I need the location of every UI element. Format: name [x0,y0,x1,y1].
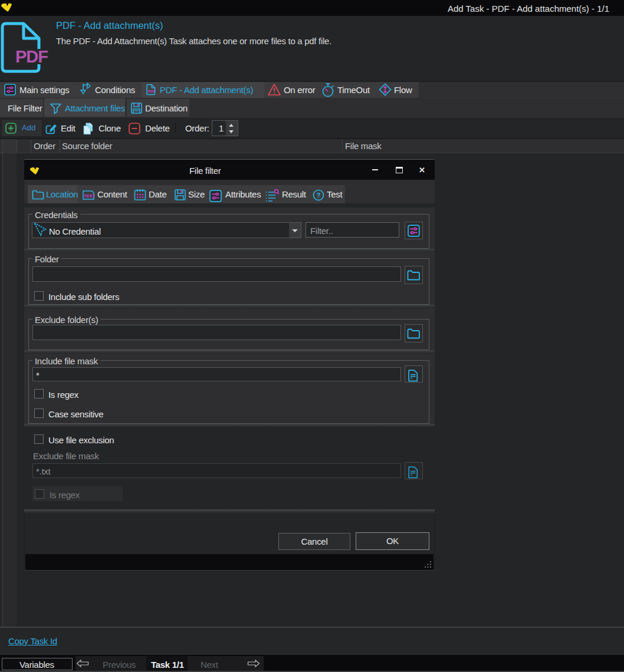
svg-text:PDF: PDF [148,90,155,93]
svg-text:?: ? [317,192,321,199]
svg-text:TEXT: TEXT [84,193,95,199]
svg-text:PDF: PDF [15,47,48,66]
